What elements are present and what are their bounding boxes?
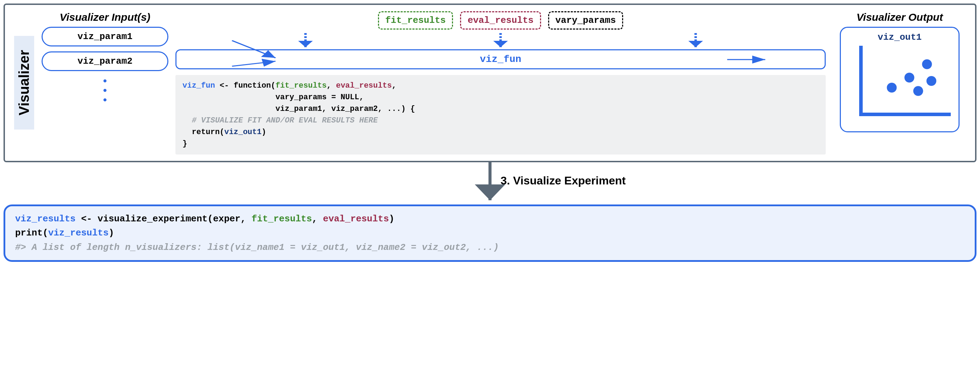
- viz-fun-code: viz_fun <- function(fit_results, eval_re…: [175, 75, 826, 154]
- step-label: 3. Visualize Experiment: [501, 174, 625, 187]
- code-line: vary_params = NULL,: [183, 93, 364, 102]
- code-token: ,: [392, 81, 396, 90]
- svg-point-8: [922, 59, 932, 69]
- code-token: print(: [15, 228, 48, 238]
- dashed-row: fit_results eval_results vary_params: [175, 11, 826, 30]
- inputs-heading: Visualizer Input(s): [41, 11, 169, 23]
- viz-fun-box: viz_fun: [175, 49, 826, 69]
- svg-point-6: [905, 73, 915, 83]
- output-heading: Visualizer Output: [856, 11, 943, 23]
- code-token: <- function(: [215, 81, 275, 90]
- code-token: ): [108, 228, 114, 238]
- code-token: viz_results: [15, 214, 76, 224]
- input-param: viz_param1: [41, 27, 169, 46]
- code-token: ): [389, 214, 395, 224]
- svg-point-5: [887, 83, 897, 92]
- code-token: viz_fun: [183, 81, 215, 90]
- code-token: fit_results: [251, 214, 312, 224]
- center-column: fit_results eval_results vary_params viz…: [175, 11, 826, 154]
- code-line: viz_param1, viz_param2, ...) {: [183, 105, 415, 113]
- scatter-plot-icon: [847, 44, 953, 125]
- visualize-experiment-code: viz_results <- visualize_experiment(expe…: [3, 205, 977, 262]
- code-token: viz_out1: [224, 128, 262, 137]
- visualizer-panel: Visualizer Visualizer Input(s) viz_param…: [3, 3, 977, 162]
- code-comment: #> A list of length n_visualizers: list(…: [15, 242, 499, 253]
- code-token: ,: [312, 214, 323, 224]
- side-label-wrap: Visualizer: [13, 11, 35, 154]
- code-token: <- visualize_experiment(exper,: [76, 214, 251, 224]
- side-label: Visualizer: [14, 36, 34, 130]
- code-token: viz_results: [48, 228, 109, 238]
- ellipsis-dots: •••: [41, 76, 169, 105]
- output-box: viz_out1: [840, 27, 959, 132]
- inputs-column: Visualizer Input(s) viz_param1 viz_param…: [41, 11, 169, 105]
- connector-down: 3. Visualize Experiment: [3, 162, 977, 205]
- code-token: ,: [326, 81, 336, 90]
- code-line: }: [183, 140, 187, 148]
- params-stack: viz_param1 viz_param2 •••: [41, 27, 169, 105]
- output-label: viz_out1: [878, 32, 922, 43]
- output-column: Visualizer Output viz_out1: [833, 11, 967, 132]
- fit-results-box: fit_results: [378, 11, 453, 30]
- code-token: eval_results: [323, 214, 389, 224]
- svg-point-7: [913, 86, 923, 96]
- vary-params-box: vary_params: [548, 11, 624, 30]
- code-comment: # VISUALIZE FIT AND/OR EVAL RESULTS HERE: [183, 116, 378, 125]
- code-token: fit_results: [275, 81, 326, 90]
- svg-point-9: [926, 76, 936, 86]
- input-param: viz_param2: [41, 51, 169, 71]
- code-token: ): [261, 128, 266, 137]
- eval-results-box: eval_results: [460, 11, 541, 30]
- code-token: return(: [183, 128, 224, 137]
- columns: Visualizer Input(s) viz_param1 viz_param…: [41, 11, 967, 154]
- dash-arrows: [175, 33, 826, 49]
- code-token: eval_results: [336, 81, 392, 90]
